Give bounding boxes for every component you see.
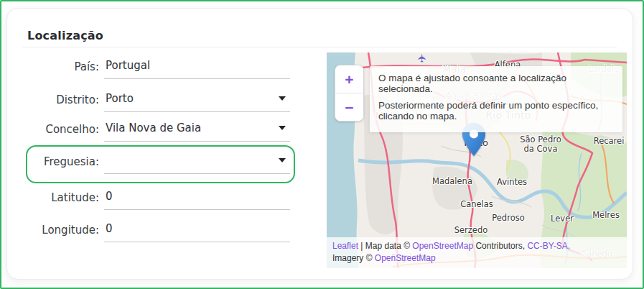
screenshot-frame: Localização País: Portugal Distrito: Por… xyxy=(0,0,644,289)
latitude-label: Latitude: xyxy=(22,191,99,210)
pais-input[interactable]: Portugal xyxy=(104,58,290,79)
freguesia-select[interactable] xyxy=(104,152,290,174)
field-row-concelho: Concelho: Vila Nova de Gaia xyxy=(22,111,290,142)
attribution-line1: Leaflet | Map data © OpenStreetMap Contr… xyxy=(332,240,621,252)
openstreetmap-link[interactable]: OpenStreetMap xyxy=(412,241,473,251)
concelho-label: Concelho: xyxy=(22,123,99,142)
distrito-label: Distrito: xyxy=(22,93,99,112)
longitude-value: 0 xyxy=(106,222,113,235)
field-row-freguesia: Freguesia: xyxy=(22,144,290,174)
zoom-in-button[interactable]: + xyxy=(335,65,363,93)
map-info-line2: Posteriormente poderá definir um ponto e… xyxy=(378,100,614,121)
title-divider xyxy=(22,47,617,47)
chevron-down-icon[interactable] xyxy=(279,96,286,101)
freguesia-label: Freguesia: xyxy=(22,155,99,174)
map-info-overlay: O mapa é ajustado consoante a localizaçã… xyxy=(370,66,622,132)
pais-value: Portugal xyxy=(106,59,150,72)
latitude-field[interactable]: 0 xyxy=(104,188,290,210)
cc-by-sa-link[interactable]: CC-BY-SA, xyxy=(527,241,570,251)
concelho-select[interactable]: Vila Nova de Gaia xyxy=(104,120,290,142)
distrito-value: Porto xyxy=(106,92,134,105)
longitude-label: Longitude: xyxy=(22,224,99,242)
concelho-value: Vila Nova de Gaia xyxy=(106,121,201,134)
chevron-down-icon[interactable] xyxy=(279,126,286,130)
page-title: Localização xyxy=(27,29,103,42)
latitude-value: 0 xyxy=(106,190,113,203)
attribution-line2: Imagery © OpenStreetMap xyxy=(332,252,621,265)
field-row-pais: País: Portugal xyxy=(22,49,290,79)
attribution-text: | Map data © xyxy=(358,241,412,251)
attribution-text: Imagery © xyxy=(332,253,375,263)
pais-label: País: xyxy=(22,60,99,79)
map-canvas[interactable]: MaiaAlfenaLordeloÁguas SantasRio TintoMa… xyxy=(327,52,627,268)
distrito-select[interactable]: Porto xyxy=(104,91,290,112)
leaflet-link[interactable]: Leaflet xyxy=(332,241,358,251)
attribution-text: Contributors, xyxy=(473,241,527,251)
map-attribution: Leaflet | Map data © OpenStreetMap Contr… xyxy=(327,237,627,268)
field-row-longitude: Longitude: 0 xyxy=(22,212,290,242)
zoom-out-button[interactable]: − xyxy=(335,93,363,121)
field-row-latitude: Latitude: 0 xyxy=(22,180,290,210)
zoom-control: + − xyxy=(335,65,364,121)
map-info-line1: O mapa é ajustado consoante a localizaçã… xyxy=(378,73,584,94)
field-row-distrito: Distrito: Porto xyxy=(22,82,290,112)
localizacao-card: Localização País: Portugal Distrito: Por… xyxy=(6,8,633,280)
chevron-down-icon[interactable] xyxy=(279,158,286,162)
longitude-field[interactable]: 0 xyxy=(104,221,290,242)
openstreetmap-imagery-link[interactable]: OpenStreetMap xyxy=(375,253,436,263)
